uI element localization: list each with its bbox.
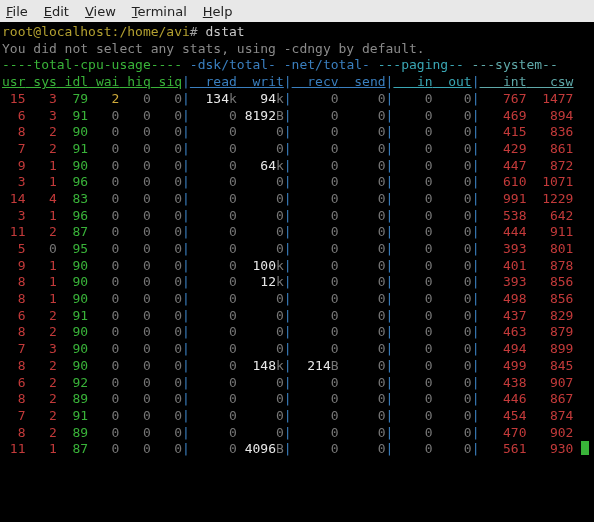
table-row: 9 1 90 0 0 0| 0 64k| 0 0| 0 0| 447 872 (2, 158, 592, 175)
table-row: 9 1 90 0 0 0| 0 100k| 0 0| 0 0| 401 878 (2, 258, 592, 275)
table-row: 3 1 96 0 0 0| 0 0| 0 0| 0 0| 538 642 (2, 208, 592, 225)
menu-help[interactable]: Help (203, 4, 233, 19)
table-row: 15 3 79 2 0 0| 134k 94k| 0 0| 0 0| 767 1… (2, 91, 592, 108)
col-sys: sys (25, 74, 56, 89)
col-writ: writ (237, 74, 284, 89)
table-row: 6 3 91 0 0 0| 0 8192B| 0 0| 0 0| 469 894 (2, 108, 592, 125)
command: dstat (206, 24, 245, 39)
cursor (581, 441, 589, 455)
menu-file[interactable]: File (6, 4, 28, 19)
col-read: read (190, 74, 237, 89)
data-rows: 15 3 79 2 0 0| 134k 94k| 0 0| 0 0| 767 1… (2, 91, 592, 458)
col-idl: idl (57, 74, 88, 89)
table-row: 7 2 91 0 0 0| 0 0| 0 0| 0 0| 429 861 (2, 141, 592, 158)
col-send: send (339, 74, 386, 89)
info-message: You did not select any stats, using -cdn… (2, 41, 592, 58)
table-row: 11 2 87 0 0 0| 0 0| 0 0| 0 0| 444 911 (2, 224, 592, 241)
col-csw: csw (526, 74, 573, 89)
table-row: 7 3 90 0 0 0| 0 0| 0 0| 0 0| 494 899 (2, 341, 592, 358)
table-row: 8 2 89 0 0 0| 0 0| 0 0| 0 0| 446 867 (2, 391, 592, 408)
col-out: out (433, 74, 472, 89)
table-row: 6 2 92 0 0 0| 0 0| 0 0| 0 0| 438 907 (2, 375, 592, 392)
menu-terminal[interactable]: Terminal (132, 4, 187, 19)
group-header: ----total-cpu-usage---- -dsk/total- -net… (2, 57, 592, 74)
prompt-userhost: root@localhost:/home/avi (2, 24, 190, 39)
prompt-glyph: # (190, 24, 198, 39)
col-hiq: hiq (119, 74, 150, 89)
table-row: 11 1 87 0 0 0| 0 4096B| 0 0| 0 0| 561 93… (2, 441, 592, 458)
table-row: 6 2 91 0 0 0| 0 0| 0 0| 0 0| 437 829 (2, 308, 592, 325)
col-wai: wai (88, 74, 119, 89)
menu-edit[interactable]: Edit (44, 4, 69, 19)
terminal[interactable]: root@localhost:/home/avi# dstat You did … (0, 22, 594, 458)
col-in: in (393, 74, 432, 89)
col-int: int (480, 74, 527, 89)
table-row: 8 2 90 0 0 0| 0 0| 0 0| 0 0| 463 879 (2, 324, 592, 341)
table-row: 8 2 89 0 0 0| 0 0| 0 0| 0 0| 470 902 (2, 425, 592, 442)
table-row: 14 4 83 0 0 0| 0 0| 0 0| 0 0| 991 1229 (2, 191, 592, 208)
table-row: 8 2 90 0 0 0| 0 0| 0 0| 0 0| 415 836 (2, 124, 592, 141)
menubar: File Edit View Terminal Help (0, 0, 594, 22)
table-row: 7 2 91 0 0 0| 0 0| 0 0| 0 0| 454 874 (2, 408, 592, 425)
table-row: 8 2 90 0 0 0| 0 148k| 214B 0| 0 0| 499 8… (2, 358, 592, 375)
col-siq: siq (151, 74, 182, 89)
table-row: 8 1 90 0 0 0| 0 12k| 0 0| 0 0| 393 856 (2, 274, 592, 291)
col-recv: recv (292, 74, 339, 89)
table-row: 8 1 90 0 0 0| 0 0| 0 0| 0 0| 498 856 (2, 291, 592, 308)
col-usr: usr (2, 74, 25, 89)
table-row: 3 1 96 0 0 0| 0 0| 0 0| 0 0| 610 1071 (2, 174, 592, 191)
table-row: 5 0 95 0 0 0| 0 0| 0 0| 0 0| 393 801 (2, 241, 592, 258)
column-header: usr sys idl wai hiq siq| read writ| recv… (2, 74, 592, 91)
menu-view[interactable]: View (85, 4, 116, 19)
prompt-line: root@localhost:/home/avi# dstat (2, 24, 592, 41)
